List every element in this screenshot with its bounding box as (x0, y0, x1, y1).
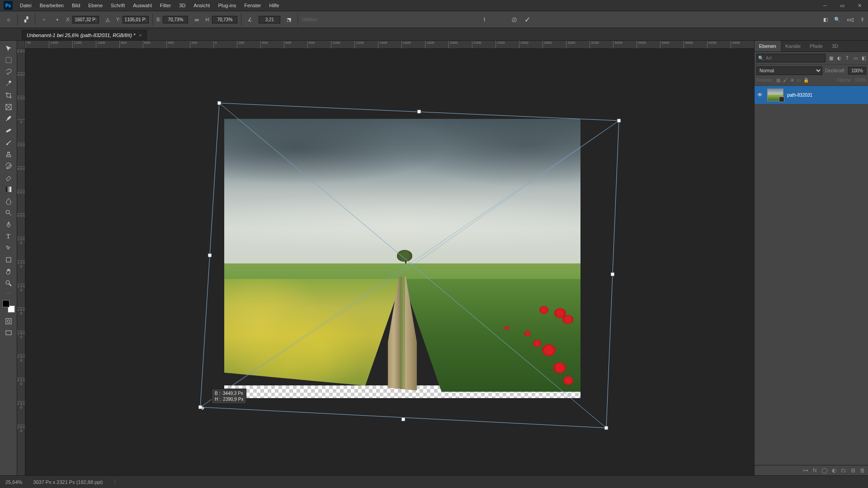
healing-brush-tool[interactable] (2, 125, 15, 136)
transform-handle-tr[interactable] (617, 119, 621, 122)
tab-ebenen[interactable]: Ebenen (755, 41, 781, 52)
link-aspect-icon[interactable]: ∞ (192, 14, 202, 24)
edit-toolbar-icon[interactable]: ⋯ (2, 289, 15, 297)
link-layers-icon[interactable]: ⊶ (803, 467, 808, 474)
marquee-tool[interactable] (2, 54, 15, 66)
doc-info[interactable]: 3037 Px x 2321 Px (182,88 ppi) (33, 479, 103, 485)
window-close-button[interactable]: ✕ (851, 0, 868, 11)
magic-wand-tool[interactable] (2, 78, 15, 89)
search-app-icon[interactable]: 🔍 (834, 17, 840, 23)
filter-type-icon[interactable]: T (844, 55, 851, 62)
zoom-tool[interactable] (2, 277, 15, 289)
crop-tool[interactable] (2, 89, 15, 101)
menu-hilfe[interactable]: Hilfe (265, 1, 283, 9)
menu-datei[interactable]: Datei (16, 1, 35, 9)
menu-bearbeiten[interactable]: Bearbeiten (36, 1, 67, 9)
ruler-horizontal[interactable]: 5014001200100080060040020002004006008001… (25, 41, 754, 49)
hand-tool[interactable] (2, 266, 15, 277)
document-canvas[interactable] (224, 119, 580, 398)
menu-ebene[interactable]: Ebene (85, 1, 106, 9)
menu-plugins[interactable]: Plug-ins (214, 1, 240, 9)
eyedropper-tool[interactable] (2, 113, 15, 125)
layer-style-icon[interactable]: fx (813, 467, 817, 474)
reference-point-grid[interactable]: ▪ (52, 14, 62, 24)
transform-bounding-box[interactable] (25, 49, 161, 117)
tab-pfade[interactable]: Pfade (805, 41, 827, 52)
visibility-toggle-icon[interactable]: 👁 (757, 92, 764, 98)
history-brush-tool[interactable] (2, 160, 15, 172)
close-tab-icon[interactable]: × (139, 33, 142, 38)
transform-handle-bm[interactable] (401, 418, 405, 421)
dodge-tool[interactable] (2, 207, 15, 219)
doc-info-menu-icon[interactable]: 〉 (113, 479, 118, 485)
pen-tool[interactable] (2, 219, 15, 230)
filter-pixel-icon[interactable]: ▦ (827, 55, 835, 62)
fill-value[interactable]: 100% (854, 78, 866, 83)
cloud-docs-icon[interactable]: ◧ (823, 17, 828, 23)
filter-shape-icon[interactable]: ▭ (852, 55, 859, 62)
canvas-workspace[interactable]: 5014001200100080060040020002004006008001… (17, 41, 754, 475)
transform-handle-ml[interactable] (208, 253, 212, 257)
cancel-transform-icon[interactable]: ⊘ (511, 15, 517, 24)
ruler-vertical[interactable]: 6 0 04 0 02 0 002 0 04 0 06 0 08 0 01 0 … (17, 49, 25, 475)
screen-mode-icon[interactable] (2, 327, 15, 339)
type-tool[interactable]: T (2, 230, 15, 242)
lock-pos-icon[interactable]: ✥ (790, 78, 794, 83)
shape-tool[interactable] (2, 254, 15, 266)
width-value[interactable]: 70,73% (163, 16, 188, 23)
menu-auswahl[interactable]: Auswahl (129, 1, 156, 9)
skew-h-icon[interactable]: ⬔ (284, 14, 294, 24)
lock-all-icon[interactable]: 🔒 (803, 78, 809, 83)
color-swatches[interactable] (2, 300, 15, 313)
opacity-value[interactable]: 100% (848, 67, 866, 75)
home-icon[interactable]: ⌂ (4, 14, 14, 24)
brush-tool[interactable] (2, 136, 15, 148)
transform-handle-tl[interactable] (217, 101, 221, 105)
ruler-origin[interactable] (17, 41, 25, 49)
height-value[interactable]: 70,73% (212, 16, 237, 23)
gradient-tool[interactable] (2, 183, 15, 195)
delete-layer-icon[interactable]: 🗑 (860, 467, 865, 474)
move-tool[interactable] (2, 42, 15, 54)
group-layers-icon[interactable]: 🗀 (841, 467, 846, 474)
warp-mode-icon[interactable]: ⌇ (480, 14, 490, 24)
y-value[interactable]: 1105,01 P: (123, 16, 149, 23)
clone-stamp-tool[interactable] (2, 148, 15, 160)
angle-value[interactable]: 3,21 (259, 16, 280, 23)
blend-mode-select[interactable]: Normal (756, 66, 822, 75)
filter-adjust-icon[interactable]: ◐ (835, 55, 843, 62)
menu-bild[interactable]: Bild (68, 1, 84, 9)
layer-row[interactable]: 👁 path-832031 (755, 86, 868, 104)
lock-nest-icon[interactable]: ▭ (797, 78, 801, 83)
frame-tool[interactable] (2, 101, 15, 113)
tab-3d[interactable]: 3D (827, 41, 843, 52)
share-icon[interactable]: ⇪ (860, 17, 864, 23)
reference-point-toggle[interactable]: ▫ (39, 14, 49, 24)
layer-filter-input[interactable] (756, 54, 826, 62)
workspace-switcher-icon[interactable]: ▭▯ (847, 17, 854, 23)
layer-thumbnail[interactable] (767, 89, 783, 101)
window-minimize-button[interactable]: ─ (816, 0, 834, 11)
commit-transform-icon[interactable]: ✓ (524, 15, 530, 24)
transform-handle-tm[interactable] (417, 110, 421, 113)
x-value[interactable]: 1607,32 P: (72, 16, 99, 23)
filter-smart-icon[interactable]: ◧ (860, 55, 867, 62)
lock-trans-icon[interactable]: ▦ (776, 78, 780, 83)
tab-kanaele[interactable]: Kanäle (781, 41, 805, 52)
menu-schrift[interactable]: Schrift (107, 1, 128, 9)
transform-tool-icon[interactable]: ▞ (21, 14, 31, 24)
lasso-tool[interactable] (2, 66, 15, 78)
menu-filter[interactable]: Filter (156, 1, 175, 9)
transform-handle-br[interactable] (604, 426, 608, 430)
eraser-tool[interactable] (2, 172, 15, 183)
document-tab[interactable]: Unbenannt-1 bei 25,6% (path-832031, RGB/… (22, 30, 147, 40)
menu-fenster[interactable]: Fenster (241, 1, 264, 9)
menu-3d[interactable]: 3D (175, 1, 189, 9)
layer-name-label[interactable]: path-832031 (787, 93, 812, 98)
swap-xy-icon[interactable]: △ (103, 14, 113, 24)
quick-mask-icon[interactable] (2, 315, 15, 327)
layer-mask-icon[interactable]: ◯ (821, 467, 827, 474)
path-selection-tool[interactable] (2, 242, 15, 254)
transform-handle-mr[interactable] (611, 272, 614, 276)
lock-paint-icon[interactable]: 🖌 (783, 78, 788, 83)
